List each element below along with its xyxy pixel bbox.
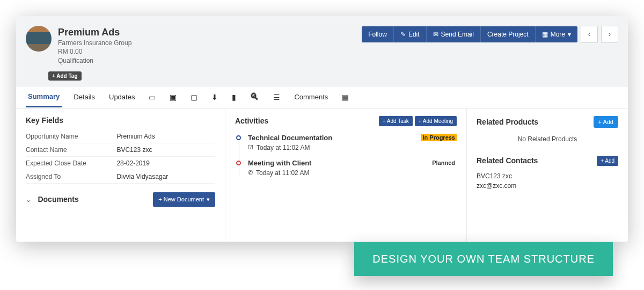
status-badge: Planned [430, 159, 457, 166]
related-products-header: Related Products + Add [477, 116, 618, 128]
tab-summary[interactable]: Summary [26, 87, 62, 107]
action-bar: Follow ✎Edit ✉Send Email Create Project … [362, 26, 577, 42]
related-contacts-header: Related Contacts + Add [477, 156, 618, 166]
add-meeting-button[interactable]: + Add Meeting [415, 116, 457, 126]
contact-email: zxc@zxc.com [477, 181, 618, 191]
kv-row: Opportunity NamePremium Ads [26, 130, 215, 143]
chevron-down-icon: ⌄ [26, 196, 31, 204]
new-document-button[interactable]: + New Document▾ [153, 192, 215, 207]
tab-comments[interactable]: Comments [292, 88, 330, 106]
caret-down-icon: ▾ [568, 31, 571, 38]
header-actions: Follow ✎Edit ✉Send Email Create Project … [362, 26, 618, 43]
send-email-button[interactable]: ✉Send Email [427, 26, 481, 42]
activity-item[interactable]: Technical Documentation In Progress ☑ To… [248, 134, 457, 151]
pencil-icon: ✎ [400, 31, 406, 38]
add-contact-button[interactable]: + Add [597, 156, 618, 166]
activity-title: Technical Documentation [248, 134, 332, 142]
company-name: Farmers Insurance Group [58, 39, 362, 47]
documents-section: ⌄ Documents + New Document▾ [26, 192, 215, 207]
tab-inbox-icon[interactable]: ▢ [188, 88, 200, 107]
contact-entry[interactable]: BVC123 zxc zxc@zxc.com [477, 171, 618, 191]
timeline-dot-icon [236, 135, 241, 140]
related-column: Related Products + Add No Related Produc… [467, 108, 628, 242]
documents-toggle[interactable]: ⌄ Documents [26, 194, 79, 204]
activity-time: Today at 11:02 AM [256, 169, 309, 177]
kv-row: Expected Close Date28-02-2019 [26, 157, 215, 170]
create-project-button[interactable]: Create Project [481, 26, 536, 42]
activities-column: Activities + Add Task + Add Meeting Tech… [225, 108, 467, 242]
tag-row: + Add Tag [16, 70, 628, 86]
add-tag-button[interactable]: + Add Tag [48, 71, 82, 81]
activity-timeline: Technical Documentation In Progress ☑ To… [235, 134, 457, 177]
next-button[interactable]: › [601, 26, 618, 43]
activities-header: Activities + Add Task + Add Meeting [235, 116, 457, 126]
tab-calendar-icon[interactable]: ▭ [147, 88, 158, 107]
tab-search-icon[interactable]: 🔍︎ [248, 86, 261, 108]
design-cta-button[interactable]: DESIGN YOUR OWN TEAM STRUCTURE [354, 242, 613, 276]
tab-notes-icon[interactable]: ▤ [340, 88, 351, 107]
follow-button[interactable]: Follow [362, 26, 394, 42]
add-product-button[interactable]: + Add [594, 116, 618, 128]
kv-row: Assigned ToDivvia Vidyasagar [26, 170, 215, 184]
tab-archive-icon[interactable]: ▣ [167, 88, 179, 107]
edit-button[interactable]: ✎Edit [394, 26, 427, 42]
tab-download-icon[interactable]: ⬇ [209, 88, 220, 107]
phone-icon: ✆ [248, 169, 253, 176]
key-fields-column: Key Fields Opportunity NamePremium Ads C… [16, 108, 225, 242]
prev-button[interactable]: ‹ [581, 26, 598, 43]
record-title: Premium Ads [58, 26, 362, 39]
tab-details[interactable]: Details [71, 88, 97, 106]
tab-list-icon[interactable]: ☰ [271, 88, 282, 107]
activities-title: Activities [235, 117, 268, 125]
avatar [26, 26, 52, 52]
tab-file-icon[interactable]: ▮ [230, 88, 238, 107]
related-contacts-title: Related Contacts [477, 156, 538, 165]
related-products-title: Related Products [477, 118, 538, 126]
record-card: Premium Ads Farmers Insurance Group RM 0… [16, 16, 628, 242]
record-header: Premium Ads Farmers Insurance Group RM 0… [16, 16, 628, 70]
key-fields-title: Key Fields [26, 116, 215, 125]
activity-item[interactable]: Meeting with Client Planned ✆ Today at 1… [248, 159, 457, 177]
tabs: Summary Details Updates ▭ ▣ ▢ ⬇ ▮ 🔍︎ ☰ C… [16, 86, 628, 108]
kv-row: Contact NameBVC123 zxc [26, 143, 215, 157]
amount: RM 0.00 [58, 47, 362, 56]
activity-title: Meeting with Client [248, 159, 311, 167]
timeline-dot-icon [236, 161, 241, 165]
title-block: Premium Ads Farmers Insurance Group RM 0… [58, 26, 362, 65]
more-icon: ▦ [542, 31, 548, 38]
more-button[interactable]: ▦More▾ [536, 26, 577, 42]
add-task-button[interactable]: + Add Task [379, 116, 413, 126]
documents-title: Documents [38, 195, 78, 204]
mail-icon: ✉ [433, 31, 438, 38]
contact-name: BVC123 zxc [477, 171, 618, 181]
stage: Qualification [58, 56, 362, 65]
status-badge: In Progress [421, 134, 457, 141]
tab-updates[interactable]: Updates [107, 88, 137, 106]
checkbox-icon: ☑ [248, 144, 253, 151]
chevron-right-icon: › [609, 31, 611, 38]
chevron-left-icon: ‹ [588, 31, 590, 38]
caret-down-icon: ▾ [207, 196, 210, 203]
record-body: Key Fields Opportunity NamePremium Ads C… [16, 108, 628, 242]
activity-time: Today at 11:02 AM [257, 144, 310, 151]
no-related-products: No Related Products [477, 135, 618, 143]
